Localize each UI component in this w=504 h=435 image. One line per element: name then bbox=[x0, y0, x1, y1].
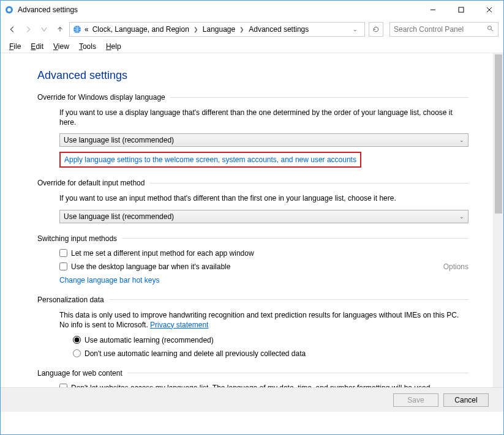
chevron-down-icon[interactable]: ⌄ bbox=[351, 26, 359, 32]
chevron-down-icon: ⌄ bbox=[459, 137, 464, 143]
menu-view[interactable]: View bbox=[50, 41, 73, 52]
chevron-right-icon: ❯ bbox=[238, 26, 246, 32]
section-head-display-language: Override for Windows display language bbox=[37, 93, 468, 102]
menubar: File Edit View Tools Help bbox=[1, 40, 503, 53]
scrollbar[interactable] bbox=[493, 53, 503, 412]
section-head-input-method: Override for default input method bbox=[37, 179, 468, 187]
search-box[interactable] bbox=[389, 22, 498, 37]
menu-edit[interactable]: Edit bbox=[27, 41, 47, 52]
per-app-input-checkbox[interactable] bbox=[59, 249, 67, 257]
chevron-right-icon: ❯ bbox=[192, 26, 200, 32]
no-auto-learning-radio[interactable] bbox=[73, 349, 81, 357]
menu-help[interactable]: Help bbox=[102, 41, 125, 52]
breadcrumb-item-clock[interactable]: Clock, Language, and Region bbox=[91, 25, 190, 34]
privacy-statement-link[interactable]: Privacy statement bbox=[150, 321, 208, 329]
options-link[interactable]: Options bbox=[443, 262, 468, 271]
change-hotkeys-link[interactable]: Change language bar hot keys bbox=[59, 276, 159, 284]
section-head-personalization: Personalization data bbox=[37, 296, 468, 304]
section-body-switching: Let me set a different input method for … bbox=[37, 249, 468, 284]
nav-row: « Clock, Language, and Region ❯ Language… bbox=[1, 19, 503, 40]
display-language-desc: If you want to use a display language th… bbox=[59, 108, 468, 127]
minimize-button[interactable] bbox=[419, 1, 447, 19]
window-controls bbox=[419, 1, 503, 19]
desktop-language-bar-checkbox[interactable] bbox=[59, 262, 67, 270]
apply-language-settings-link[interactable]: Apply language settings to the welcome s… bbox=[64, 155, 356, 164]
up-button[interactable] bbox=[53, 23, 67, 36]
section-body-input-method: If you want to use an input method that'… bbox=[37, 193, 468, 223]
input-method-dropdown[interactable]: Use language list (recommended) ⌄ bbox=[59, 210, 468, 223]
svg-line-8 bbox=[491, 29, 493, 31]
maximize-button[interactable] bbox=[447, 1, 475, 19]
search-icon bbox=[487, 25, 494, 34]
titlebar: Advanced settings bbox=[1, 1, 503, 19]
svg-point-7 bbox=[488, 26, 492, 29]
breadcrumb-prefix[interactable]: « bbox=[83, 25, 90, 34]
content: Advanced settings Override for Windows d… bbox=[1, 53, 493, 412]
back-button[interactable] bbox=[6, 23, 19, 36]
svg-rect-3 bbox=[459, 7, 464, 12]
save-button[interactable]: Save bbox=[393, 393, 438, 407]
section-body-personalization: This data is only used to improve handwr… bbox=[37, 310, 468, 358]
menu-file[interactable]: File bbox=[6, 41, 24, 52]
personalization-desc: This data is only used to improve handwr… bbox=[59, 310, 468, 330]
section-body-display-language: If you want to use a display language th… bbox=[37, 108, 468, 168]
section-head-web-content: Language for web content bbox=[37, 369, 468, 377]
highlighted-link-box: Apply language settings to the welcome s… bbox=[59, 152, 361, 168]
breadcrumb-item-advanced[interactable]: Advanced settings bbox=[247, 25, 310, 34]
chevron-down-icon: ⌄ bbox=[459, 214, 464, 220]
cancel-button[interactable]: Cancel bbox=[443, 393, 489, 407]
display-language-dropdown[interactable]: Use language list (recommended) ⌄ bbox=[59, 133, 468, 147]
forward-button[interactable] bbox=[21, 23, 35, 36]
breadcrumb[interactable]: « Clock, Language, and Region ❯ Language… bbox=[69, 22, 365, 37]
per-app-input-label: Let me set a different input method for … bbox=[71, 249, 254, 258]
desktop-language-bar-label: Use the desktop language bar when it's a… bbox=[71, 262, 230, 271]
scroll-thumb[interactable] bbox=[495, 54, 502, 214]
footer: Save Cancel bbox=[1, 387, 503, 412]
svg-point-1 bbox=[7, 8, 11, 12]
breadcrumb-item-language[interactable]: Language bbox=[201, 25, 236, 34]
recent-dropdown-icon[interactable] bbox=[37, 23, 51, 36]
globe-icon bbox=[72, 24, 82, 34]
search-input[interactable] bbox=[394, 25, 480, 34]
no-auto-learning-label: Don't use automatic learning and delete … bbox=[85, 349, 306, 358]
auto-learning-radio[interactable] bbox=[73, 336, 81, 344]
page-title: Advanced settings bbox=[37, 69, 468, 82]
content-wrap: Advanced settings Override for Windows d… bbox=[1, 53, 503, 412]
auto-learning-label: Use automatic learning (recommended) bbox=[85, 336, 214, 344]
section-head-switching: Switching input methods bbox=[37, 234, 468, 243]
close-button[interactable] bbox=[475, 1, 503, 19]
input-method-desc: If you want to use an input method that'… bbox=[59, 193, 468, 203]
window-title: Advanced settings bbox=[18, 6, 419, 14]
control-panel-icon bbox=[4, 5, 14, 15]
refresh-button[interactable] bbox=[369, 22, 383, 37]
menu-tools[interactable]: Tools bbox=[75, 41, 100, 52]
